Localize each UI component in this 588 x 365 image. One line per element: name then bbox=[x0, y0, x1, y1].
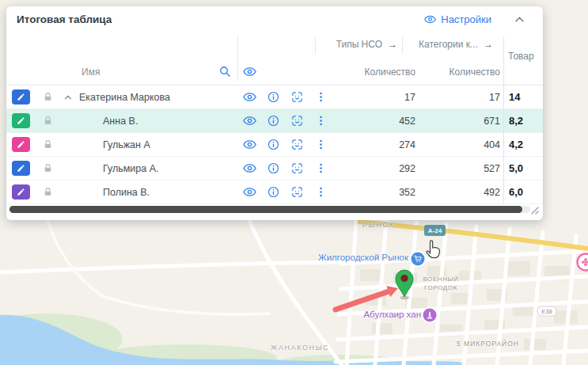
table-header: Типы НСО → Категории к... → Товар Имя Ко… bbox=[6, 32, 543, 86]
map-label-district: ВОЕННЫЙ ГОРОДОК bbox=[413, 275, 469, 292]
panel-title: Итоговая таблица bbox=[17, 13, 112, 25]
row-menu-button[interactable] bbox=[309, 115, 332, 127]
row-name: Полина В. bbox=[103, 187, 150, 198]
row-name: Екатерина Маркова bbox=[79, 92, 170, 103]
poi-market-icon[interactable] bbox=[411, 252, 426, 267]
pencil-icon bbox=[17, 140, 25, 149]
qty-nso-value: 352 bbox=[332, 187, 415, 198]
arrow-right-icon: → bbox=[388, 39, 397, 50]
pencil-icon bbox=[17, 164, 25, 173]
qty-categories-value: 404 bbox=[415, 139, 500, 150]
qty-categories-value: 17 bbox=[415, 92, 500, 103]
road-shield-a24: А-24 bbox=[424, 225, 446, 236]
pencil-icon bbox=[17, 188, 25, 196]
visibility-eye-button[interactable] bbox=[237, 114, 261, 127]
map-label-market[interactable]: Жилгородской Рынок bbox=[303, 253, 408, 262]
resize-handle[interactable] bbox=[528, 203, 539, 218]
table-row[interactable]: Екатерина Маркова 17 17 14 bbox=[6, 86, 543, 109]
edit-button[interactable] bbox=[12, 137, 30, 152]
column-header-qty-categories: Количество bbox=[450, 67, 500, 78]
column-divider bbox=[237, 36, 238, 81]
lock-icon[interactable] bbox=[43, 187, 63, 197]
road-small-label: Е38 bbox=[541, 308, 552, 315]
edit-button[interactable] bbox=[12, 113, 30, 128]
lock-icon[interactable] bbox=[43, 116, 63, 126]
group-header-nso[interactable]: Типы НСО → bbox=[336, 39, 397, 50]
group-header-categories[interactable]: Категории к... → bbox=[419, 39, 493, 50]
group-header-categories-label: Категории к... bbox=[419, 39, 478, 50]
tovar-value: 14 bbox=[503, 86, 542, 108]
map-label-mikroraion: 5 МИКРОРАЙОН bbox=[457, 340, 519, 348]
row-menu-button[interactable] bbox=[309, 186, 332, 198]
visibility-eye-button[interactable] bbox=[237, 138, 261, 151]
pencil-icon bbox=[17, 116, 25, 125]
qty-nso-value: 274 bbox=[332, 139, 415, 150]
lock-icon[interactable] bbox=[43, 92, 63, 102]
edit-button[interactable] bbox=[12, 89, 30, 105]
row-menu-button[interactable] bbox=[309, 91, 332, 103]
scan-button[interactable] bbox=[285, 91, 309, 103]
row-name: Гульмира А. bbox=[103, 163, 158, 174]
qty-categories-value: 671 bbox=[415, 116, 500, 127]
lock-icon[interactable] bbox=[43, 139, 63, 150]
qty-categories-value: 527 bbox=[415, 163, 500, 174]
tovar-value: 6,0 bbox=[503, 181, 542, 203]
tovar-value: 8,2 bbox=[503, 109, 542, 132]
collapse-row-icon[interactable] bbox=[63, 93, 73, 102]
arrow-right-icon: → bbox=[484, 39, 493, 50]
info-button[interactable] bbox=[261, 139, 285, 150]
column-divider bbox=[315, 36, 316, 54]
row-menu-button[interactable] bbox=[309, 162, 332, 174]
edit-button[interactable] bbox=[12, 161, 30, 176]
visibility-eye-button[interactable] bbox=[237, 185, 261, 199]
row-name: Анна В. bbox=[103, 116, 138, 127]
summary-table-panel: Итоговая таблица Настройки Типы НСО → Ка… bbox=[6, 6, 543, 220]
scan-button[interactable] bbox=[285, 186, 309, 198]
visibility-column-icon[interactable] bbox=[243, 65, 256, 78]
map-label-rynok-partial: РЫНОК bbox=[362, 221, 395, 229]
tovar-value: 5,0 bbox=[503, 157, 542, 180]
row-menu-button[interactable] bbox=[309, 139, 332, 150]
info-button[interactable] bbox=[261, 162, 285, 174]
column-divider bbox=[503, 36, 504, 86]
scan-button[interactable] bbox=[285, 162, 309, 174]
row-name: Гульжан А bbox=[103, 139, 150, 150]
poi-pink-icon[interactable] bbox=[578, 254, 588, 271]
settings-label: Настройки bbox=[441, 13, 491, 25]
horizontal-scrollbar[interactable] bbox=[9, 206, 530, 213]
road-shield-small: Е38 bbox=[537, 306, 556, 316]
lock-icon[interactable] bbox=[43, 163, 63, 173]
info-button[interactable] bbox=[261, 115, 285, 127]
info-button[interactable] bbox=[261, 91, 285, 103]
settings-eye-icon bbox=[424, 13, 436, 25]
column-divider bbox=[402, 36, 403, 54]
settings-button[interactable]: Настройки bbox=[424, 13, 491, 25]
tovar-value: 4,2 bbox=[503, 133, 542, 156]
collapse-panel-button[interactable] bbox=[514, 13, 525, 25]
scan-button[interactable] bbox=[285, 115, 309, 127]
qty-nso-value: 17 bbox=[332, 92, 415, 103]
column-header-name: Имя bbox=[82, 67, 100, 78]
visibility-eye-button[interactable] bbox=[237, 162, 261, 175]
table-row[interactable]: Гульжан А 274 404 4,2 bbox=[6, 133, 543, 157]
scan-button[interactable] bbox=[285, 139, 309, 150]
group-header-tovar: Товар bbox=[508, 51, 534, 62]
map-label-monument[interactable]: Абулхаир хан bbox=[347, 310, 421, 319]
qty-nso-value: 292 bbox=[332, 163, 415, 174]
table-row[interactable]: Гульмира А. 292 527 5,0 bbox=[6, 157, 543, 181]
poi-monument-icon[interactable] bbox=[423, 308, 438, 323]
table-row[interactable]: Полина В. 352 492 6,0 bbox=[6, 181, 543, 204]
panel-header: Итоговая таблица Настройки bbox=[6, 6, 543, 32]
qty-categories-value: 492 bbox=[415, 187, 500, 198]
road-a24-label: А-24 bbox=[428, 227, 442, 234]
search-icon[interactable] bbox=[218, 65, 231, 78]
visibility-eye-button[interactable] bbox=[237, 90, 261, 104]
qty-nso-value: 452 bbox=[332, 116, 415, 127]
chevron-up-icon bbox=[514, 13, 525, 25]
column-header-qty-nso: Количество bbox=[365, 67, 415, 78]
edit-button[interactable] bbox=[12, 184, 30, 200]
scrollbar-thumb[interactable] bbox=[9, 206, 522, 213]
info-button[interactable] bbox=[261, 186, 285, 198]
table-row[interactable]: Анна В. 452 671 8,2 bbox=[6, 109, 543, 133]
pencil-icon bbox=[17, 93, 25, 101]
